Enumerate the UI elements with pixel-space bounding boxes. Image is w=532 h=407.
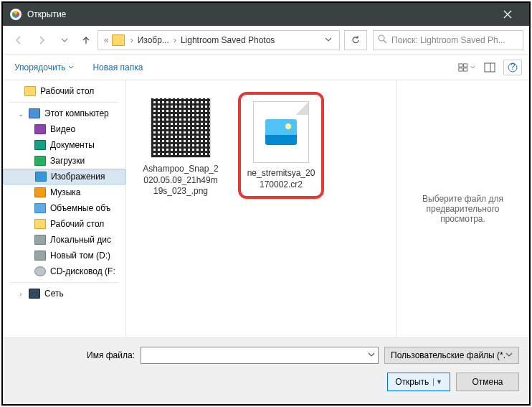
- breadcrumb-seg-2[interactable]: Lightroom Saved Photos: [179, 35, 276, 45]
- chevron-right-icon: ›: [128, 35, 136, 45]
- sidebar-item-downloads[interactable]: Загрузки: [3, 153, 125, 169]
- video-icon: [34, 124, 46, 134]
- objects-icon: [34, 203, 46, 213]
- sidebar-item-music[interactable]: Музыка: [3, 184, 125, 200]
- images-icon: [35, 172, 47, 182]
- filename-input[interactable]: [141, 347, 379, 364]
- file-name: Ashampoo_Snap_2020.05.09_21h49m19s_023_.…: [142, 164, 219, 197]
- svg-rect-5: [485, 63, 495, 72]
- separator: [10, 102, 118, 103]
- sidebar-item-network[interactable]: ›Сеть: [3, 286, 125, 301]
- svg-point-0: [379, 35, 384, 41]
- recent-locations-button[interactable]: [54, 31, 75, 50]
- svg-rect-4: [464, 67, 467, 70]
- dialog-footer: Имя файла: Пользовательские файлы (*.g О…: [3, 337, 529, 404]
- document-icon: [34, 140, 46, 150]
- help-button[interactable]: ?: [503, 60, 522, 75]
- nav-up-button[interactable]: [77, 31, 95, 50]
- search-input[interactable]: Поиск: Lightroom Saved Ph...: [373, 30, 523, 50]
- sidebar-item-desktop2[interactable]: Рабочий стол: [3, 216, 125, 232]
- file-thumbnail: [149, 96, 212, 159]
- svg-rect-3: [459, 67, 462, 70]
- new-folder-button[interactable]: Новая папка: [88, 60, 147, 75]
- nav-back-button[interactable]: [9, 31, 29, 50]
- separator: [10, 282, 118, 283]
- file-item-highlighted[interactable]: ne_stremitsya_20170002.cr2: [238, 92, 324, 199]
- sidebar-item-desktop[interactable]: Рабочий стол: [3, 83, 125, 99]
- file-pane: Ashampoo_Snap_2020.05.09_21h49m19s_023_.…: [126, 80, 529, 337]
- window-title: Открытие: [27, 9, 66, 19]
- preview-placeholder: Выберите файл для предварительного просм…: [404, 194, 522, 224]
- svg-text:?: ?: [510, 62, 516, 72]
- network-icon: [29, 289, 40, 299]
- breadcrumb[interactable]: « › Изобр... › Lightroom Saved Photos: [98, 30, 340, 50]
- address-bar: « › Изобр... › Lightroom Saved Photos По…: [3, 26, 529, 55]
- file-thumbnail: [250, 100, 313, 164]
- sidebar-item-pictures[interactable]: Изображения: [3, 169, 125, 184]
- chevron-left-icon: «: [101, 35, 112, 45]
- preview-pane-button[interactable]: [480, 60, 499, 75]
- hdd-icon: [34, 251, 46, 261]
- search-icon: [378, 34, 387, 46]
- chevron-right-icon: ›: [171, 35, 179, 45]
- folder-icon: [112, 34, 125, 46]
- filename-label: Имя файла:: [13, 350, 135, 360]
- search-placeholder: Поиск: Lightroom Saved Ph...: [391, 35, 505, 45]
- folder-icon: [34, 219, 46, 229]
- close-button[interactable]: [493, 3, 522, 26]
- breadcrumb-dropdown[interactable]: [320, 35, 336, 45]
- svg-rect-2: [464, 63, 467, 66]
- view-options-button[interactable]: [457, 60, 476, 75]
- toolbar: Упорядочить Новая папка ?: [3, 55, 529, 80]
- music-icon: [34, 187, 46, 197]
- chevron-down-icon: [505, 350, 513, 360]
- titlebar: Открытие: [3, 3, 529, 26]
- nav-forward-button[interactable]: [32, 31, 52, 50]
- breadcrumb-seg-1[interactable]: Изобр...: [136, 35, 171, 45]
- file-item[interactable]: Ashampoo_Snap_2020.05.09_21h49m19s_023_.…: [138, 92, 224, 202]
- pc-icon: [29, 108, 40, 118]
- sidebar-item-newvol[interactable]: Новый том (D:): [3, 248, 125, 263]
- file-name: ne_stremitsya_20170002.cr2: [247, 168, 315, 190]
- sidebar-item-video[interactable]: Видео: [3, 121, 125, 137]
- image-icon: [265, 119, 297, 145]
- chrome-icon: [10, 9, 22, 20]
- navigation-sidebar: Рабочий стол ⌄Этот компьютер Видео Докум…: [3, 80, 126, 337]
- sidebar-item-localdisk[interactable]: Локальный дис: [3, 232, 125, 248]
- generic-file-icon: [253, 101, 309, 163]
- download-icon: [34, 156, 46, 166]
- sidebar-item-cddrive[interactable]: CD-дисковод (F:: [3, 263, 125, 279]
- dialog-body: Рабочий стол ⌄Этот компьютер Видео Докум…: [3, 80, 529, 337]
- file-list[interactable]: Ashampoo_Snap_2020.05.09_21h49m19s_023_.…: [126, 80, 396, 337]
- filetype-select[interactable]: Пользовательские файлы (*.g: [384, 347, 519, 364]
- open-file-dialog: Открытие « › Изобр... › Lightroom Saved …: [1, 1, 531, 406]
- organize-button[interactable]: Упорядочить: [10, 60, 78, 75]
- folder-icon: [24, 86, 36, 96]
- refresh-button[interactable]: [344, 30, 367, 50]
- sidebar-item-3dobjects[interactable]: Объемные объ: [3, 200, 125, 216]
- split-chevron-icon: │▼: [432, 378, 442, 385]
- chevron-down-icon: [470, 65, 475, 70]
- chevron-down-icon: [68, 65, 74, 70]
- expand-icon: ⌄: [17, 110, 24, 118]
- expand-icon: ›: [17, 290, 24, 298]
- sidebar-item-documents[interactable]: Документы: [3, 137, 125, 153]
- cancel-button[interactable]: Отмена: [456, 373, 519, 391]
- qr-code-icon: [151, 98, 211, 158]
- chevron-down-icon: [368, 350, 375, 360]
- cd-icon: [34, 266, 46, 276]
- hdd-icon: [34, 235, 46, 245]
- svg-rect-1: [459, 63, 462, 66]
- sidebar-item-thispc[interactable]: ⌄Этот компьютер: [3, 106, 125, 121]
- preview-pane: Выберите файл для предварительного просм…: [396, 80, 529, 337]
- open-button[interactable]: Открыть │▼: [387, 373, 450, 391]
